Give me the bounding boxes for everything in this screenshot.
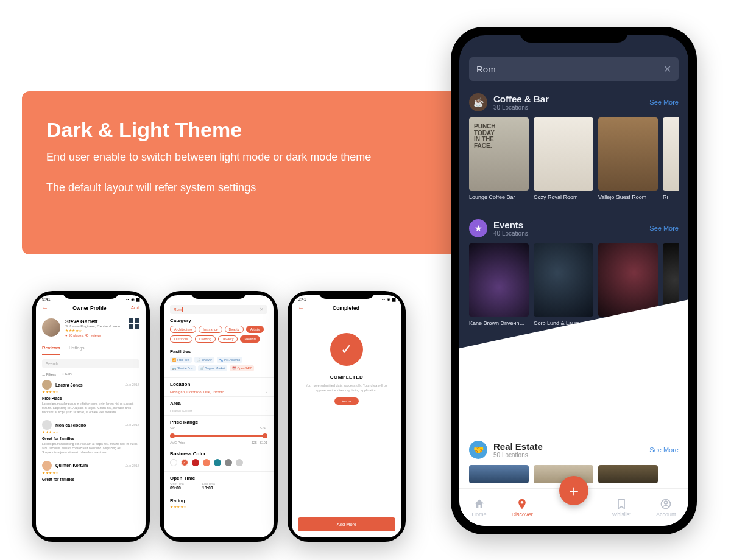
owner-rating-stars: ★★★★☆ (65, 328, 124, 332)
search-input[interactable]: Rom ✕ (469, 57, 679, 81)
see-more-link[interactable]: See More (649, 99, 679, 106)
color-swatch[interactable]: ✓ (181, 459, 188, 466)
chip[interactable]: Insurance (199, 326, 222, 333)
owner-avatar[interactable] (42, 318, 60, 337)
category-chips: Architecture Insurance Beauty Artists Ou… (164, 323, 274, 345)
add-more-button[interactable]: Add More (298, 517, 395, 531)
chip[interactable]: Outdoors (170, 335, 192, 343)
star-icon: ★ (469, 219, 487, 237)
nav-discover[interactable]: Discover (512, 498, 533, 517)
chip[interactable]: Jewelry (218, 335, 238, 343)
listing-card[interactable]: Vallejo Guest Room (598, 117, 658, 200)
listing-card[interactable]: Cozy Royal Room (534, 117, 593, 200)
chip[interactable]: Clothing (195, 335, 216, 343)
tab-listings[interactable]: Listings (69, 342, 84, 355)
see-more-link[interactable]: See More (649, 446, 679, 453)
qr-icon[interactable] (129, 318, 139, 329)
listing-card[interactable]: Ri (663, 117, 679, 200)
see-more-link[interactable]: See More (649, 225, 679, 232)
facility-tag[interactable]: 🐾 Pet Allowed (217, 357, 242, 363)
chip[interactable]: Artists (246, 326, 264, 333)
promo-line2: The default layout will refer system set… (46, 180, 436, 195)
chip[interactable]: Medical (240, 335, 260, 343)
color-swatch[interactable] (225, 459, 232, 466)
phone-category: Rom ✕ Category Architecture Insurance Be… (160, 291, 278, 542)
listing-card[interactable]: Lounge Coffee Bar (469, 117, 529, 200)
page-title: Owner Profile (72, 305, 106, 311)
top-bar: ← Owner Profile Add (36, 302, 146, 315)
fab-add-button[interactable]: ＋ (559, 476, 588, 505)
listing-card[interactable]: Kane Brown Drive-in… (469, 243, 529, 326)
clear-icon[interactable]: ✕ (260, 307, 264, 312)
facility-tag[interactable]: 🛒 Supper Market (198, 365, 228, 371)
filters-button[interactable]: ☰ Filters (42, 372, 56, 376)
completed-desc: You have submitted data successfully. Yo… (300, 383, 393, 393)
success-check-icon: ✓ (330, 333, 363, 366)
clear-icon[interactable]: ✕ (663, 63, 671, 75)
listing-card[interactable] (469, 465, 529, 483)
back-icon[interactable]: ← (42, 304, 48, 311)
phone-discover-dark: Rom ✕ ☕ Coffee & Bar30 Locations See Mor… (451, 27, 697, 534)
color-swatch[interactable] (214, 459, 221, 466)
price-slider[interactable] (170, 433, 267, 438)
facility-tag[interactable]: ⏰ Open 24/7 (230, 365, 253, 371)
nav-home[interactable]: Home (472, 498, 487, 517)
tab-reviews[interactable]: Reviews (42, 342, 60, 355)
house-icon: 🤝 (469, 441, 487, 459)
reviewer-avatar (42, 461, 52, 471)
home-button[interactable]: Home (334, 397, 359, 405)
category-heading: Category (164, 318, 274, 323)
area-row[interactable]: Please Select› (164, 406, 274, 415)
search-input[interactable]: Search (42, 359, 139, 368)
review-stars: ★★★★☆ (42, 390, 139, 394)
listing-card[interactable]: Corb Lund & Lauren… (534, 243, 593, 326)
chip[interactable]: Architecture (170, 326, 196, 333)
completed-label: COMPLETED (330, 374, 364, 380)
location-row[interactable]: Michigan, Colorado, Utal, Toronto› (164, 387, 274, 396)
facility-tag[interactable]: 🛁 Shower (194, 357, 214, 363)
color-swatch[interactable] (203, 459, 210, 466)
back-icon[interactable]: ← (298, 304, 304, 311)
add-button[interactable]: Add (131, 305, 139, 310)
coffee-icon: ☕ (469, 93, 487, 111)
color-swatch[interactable] (236, 459, 243, 466)
facility-tag[interactable]: 📶 Free Wifi (170, 357, 192, 363)
listing-card[interactable] (598, 465, 658, 483)
svg-point-1 (665, 501, 668, 504)
reviewer-avatar (42, 380, 52, 390)
color-swatch[interactable] (192, 459, 199, 466)
owner-name: Steve Garrett (65, 318, 124, 324)
phone-owner-profile: 9:41••◉▆ ← Owner Profile Add Steve Garre… (32, 291, 150, 542)
nav-whislist[interactable]: Whislist (612, 498, 631, 517)
promo-line1: End user enable to switch between light … (46, 149, 436, 165)
facility-tag[interactable]: 🚌 Shuttle Bus (170, 365, 196, 371)
chip[interactable]: Beauty (225, 326, 244, 333)
owner-meta: 95 places, 40 reviews (65, 334, 124, 337)
nav-account[interactable]: Account (656, 498, 676, 517)
sort-button[interactable]: ↕ Sort (62, 372, 72, 376)
phone-completed: 9:41••◉▆ ← Completed ✓ COMPLETED You hav… (288, 291, 406, 542)
reviewer-avatar (42, 420, 52, 430)
search-input[interactable]: Rom ✕ (170, 305, 267, 314)
color-swatch[interactable] (170, 459, 177, 466)
facilities-heading: Facilities (164, 349, 274, 354)
color-picker: ✓ (164, 457, 274, 469)
